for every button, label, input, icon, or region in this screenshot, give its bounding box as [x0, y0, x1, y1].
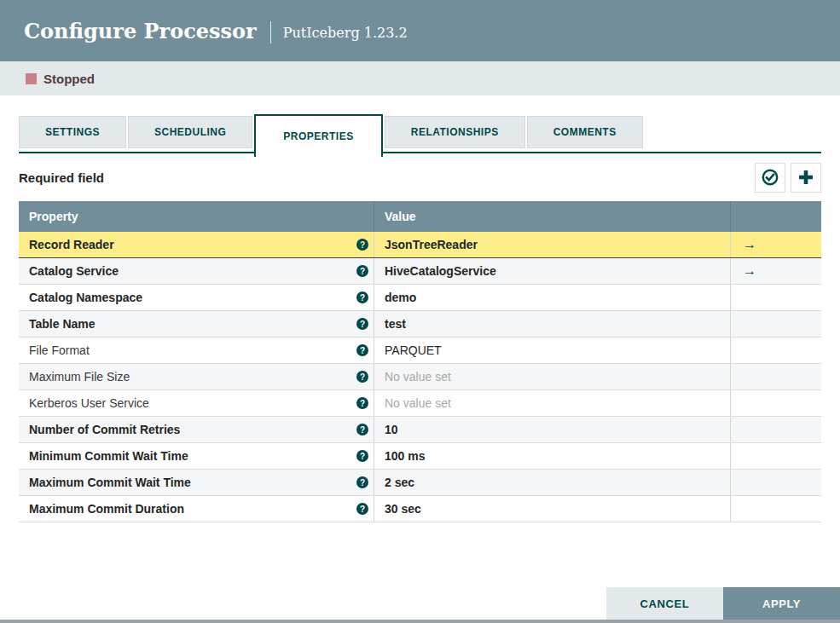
- go-to-service-arrow-icon[interactable]: →: [743, 238, 756, 251]
- property-value: HiveCatalogService: [385, 264, 496, 278]
- help-icon[interactable]: ?: [356, 397, 368, 409]
- dialog-footer: CANCEL APPLY: [606, 587, 840, 620]
- no-value-placeholder: No value set: [385, 370, 451, 384]
- property-name-cell: Maximum Commit Wait Time?: [19, 470, 374, 495]
- property-value-cell[interactable]: 30 sec: [374, 496, 730, 522]
- property-name: Maximum Commit Duration: [29, 502, 184, 516]
- cancel-button[interactable]: CANCEL: [606, 587, 723, 620]
- property-name-cell: File Format?: [19, 337, 374, 363]
- dialog-header: Configure Processor PutIceberg 1.23.2: [0, 0, 840, 61]
- help-icon[interactable]: ?: [356, 476, 368, 488]
- property-name: Table Name: [29, 317, 96, 331]
- help-icon[interactable]: ?: [356, 318, 368, 330]
- property-name-cell: Number of Commit Retries?: [19, 417, 374, 442]
- property-value-cell[interactable]: No value set: [374, 390, 730, 416]
- table-row[interactable]: Maximum File Size?No value set: [19, 364, 821, 390]
- property-value: demo: [385, 291, 416, 304]
- help-icon[interactable]: ?: [356, 424, 368, 436]
- table-row[interactable]: Table Name?test: [19, 311, 821, 337]
- property-name-cell: Table Name?: [19, 311, 374, 337]
- tab-comments[interactable]: COMMENTS: [527, 116, 643, 148]
- property-value: 2 sec: [385, 476, 414, 489]
- property-value: 30 sec: [385, 502, 421, 516]
- goto-cell: [730, 390, 821, 416]
- property-name-cell: Catalog Service?: [19, 258, 374, 284]
- table-header: Property Value: [19, 201, 821, 232]
- tab-properties[interactable]: PROPERTIES: [254, 114, 382, 157]
- goto-cell: [730, 496, 821, 522]
- property-name-cell: Record Reader?: [19, 232, 374, 257]
- table-row[interactable]: Record Reader?JsonTreeReader→: [19, 232, 821, 258]
- required-field-label: Required field: [19, 170, 104, 185]
- table-row[interactable]: Kerberos User Service?No value set: [19, 390, 821, 417]
- property-name-cell: Kerberos User Service?: [19, 390, 374, 416]
- stopped-square-icon: [26, 73, 37, 84]
- help-icon[interactable]: ?: [356, 371, 368, 383]
- table-row[interactable]: Catalog Service?HiveCatalogService→: [19, 258, 821, 285]
- dialog-body: SETTINGSSCHEDULINGPROPERTIESRELATIONSHIP…: [0, 114, 840, 522]
- property-name-cell: Minimum Commit Wait Time?: [19, 443, 374, 469]
- help-icon[interactable]: ?: [356, 265, 368, 277]
- property-name: Minimum Commit Wait Time: [29, 449, 188, 463]
- table-row[interactable]: Number of Commit Retries?10: [19, 417, 821, 443]
- table-row[interactable]: Maximum Commit Wait Time?2 sec: [19, 470, 821, 496]
- help-icon[interactable]: ?: [356, 503, 368, 515]
- check-circle-icon: [761, 168, 779, 187]
- help-icon[interactable]: ?: [356, 344, 368, 356]
- goto-cell: [730, 443, 821, 469]
- apply-button[interactable]: APPLY: [723, 587, 840, 620]
- goto-cell: [730, 417, 821, 442]
- properties-table: Property Value Record Reader?JsonTreeRea…: [19, 201, 821, 522]
- property-value-cell[interactable]: demo: [374, 285, 730, 310]
- help-icon[interactable]: ?: [356, 239, 368, 251]
- property-name: Record Reader: [29, 238, 114, 251]
- property-name: Maximum File Size: [29, 370, 130, 384]
- property-value: JsonTreeReader: [385, 238, 478, 251]
- properties-table-body: Record Reader?JsonTreeReader→Catalog Ser…: [19, 232, 821, 522]
- table-row[interactable]: Catalog Namespace?demo: [19, 285, 821, 311]
- window-bottom-edge: [0, 620, 840, 623]
- table-row[interactable]: File Format?PARQUET: [19, 337, 821, 364]
- verify-properties-button[interactable]: [755, 163, 785, 193]
- property-value-cell[interactable]: JsonTreeReader: [374, 232, 730, 257]
- property-value-cell[interactable]: PARQUET: [374, 337, 730, 363]
- property-value-cell[interactable]: 10: [374, 417, 730, 442]
- help-icon[interactable]: ?: [356, 450, 368, 462]
- property-value-cell[interactable]: test: [374, 311, 730, 337]
- property-value-cell[interactable]: 2 sec: [374, 470, 730, 495]
- table-row[interactable]: Maximum Commit Duration?30 sec: [19, 496, 821, 522]
- goto-cell: →: [730, 232, 821, 257]
- goto-cell: →: [730, 258, 821, 284]
- property-value: PARQUET: [385, 343, 442, 357]
- goto-cell: [730, 337, 821, 363]
- property-value-cell[interactable]: 100 ms: [374, 443, 730, 469]
- property-name: Catalog Namespace: [29, 291, 142, 304]
- properties-toolbar: Required field: [19, 153, 821, 201]
- status-bar: Stopped: [0, 61, 840, 95]
- tab-bar: SETTINGSSCHEDULINGPROPERTIESRELATIONSHIP…: [19, 114, 821, 153]
- tab-relationships[interactable]: RELATIONSHIPS: [385, 116, 525, 148]
- tab-scheduling[interactable]: SCHEDULING: [128, 116, 252, 148]
- status-label: Stopped: [43, 72, 95, 86]
- property-name-cell: Catalog Namespace?: [19, 285, 374, 310]
- tab-settings[interactable]: SETTINGS: [19, 116, 126, 148]
- processor-type-version: PutIceberg 1.23.2: [283, 25, 408, 41]
- property-value-cell[interactable]: No value set: [374, 364, 730, 389]
- column-header-property: Property: [19, 201, 374, 232]
- goto-cell: [730, 311, 821, 337]
- property-name: File Format: [29, 343, 90, 357]
- goto-cell: [730, 364, 821, 389]
- property-value-cell[interactable]: HiveCatalogService: [374, 258, 730, 284]
- property-name: Number of Commit Retries: [29, 423, 180, 436]
- property-name-cell: Maximum Commit Duration?: [19, 496, 374, 522]
- goto-cell: [730, 285, 821, 310]
- property-value: 10: [385, 423, 398, 436]
- column-header-value: Value: [374, 201, 730, 232]
- table-row[interactable]: Minimum Commit Wait Time?100 ms: [19, 443, 821, 470]
- column-header-goto: [730, 201, 821, 232]
- add-property-button[interactable]: [791, 163, 821, 193]
- property-name: Kerberos User Service: [29, 396, 149, 410]
- help-icon[interactable]: ?: [356, 291, 368, 303]
- property-value: test: [385, 317, 406, 331]
- go-to-service-arrow-icon[interactable]: →: [743, 264, 756, 278]
